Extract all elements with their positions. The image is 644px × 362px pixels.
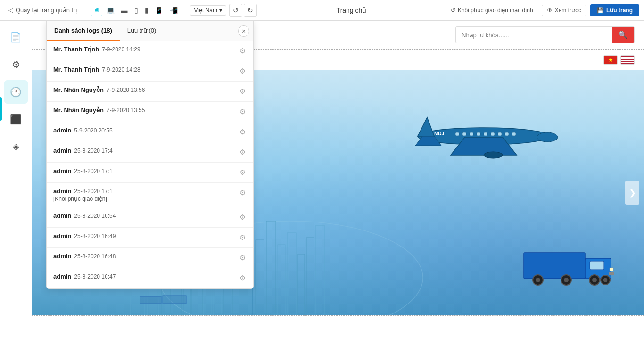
sidebar-btn-layers[interactable]: ◈ <box>4 135 28 158</box>
svg-rect-31 <box>306 238 314 315</box>
preview-label: Xem trước <box>555 7 581 14</box>
log-item[interactable]: admin25-8-2020 16:49⚙ <box>47 228 253 248</box>
back-arrow-icon: ◁ <box>8 7 13 14</box>
log-content: Mr. Thanh Trịnh7-9-2020 14:29 <box>53 46 235 53</box>
svg-point-61 <box>603 278 608 282</box>
pages-icon: 📄 <box>10 32 22 43</box>
log-item[interactable]: admin5-9-2020 20:55⚙ <box>47 122 253 142</box>
log-settings-icon[interactable]: ⚙ <box>239 273 247 283</box>
log-user: admin <box>53 273 71 280</box>
log-settings-icon[interactable]: ⚙ <box>239 188 247 198</box>
log-main-line: admin25-8-2020 16:47 <box>53 273 235 280</box>
svg-point-59 <box>592 278 597 282</box>
flag-vietnam[interactable] <box>603 55 618 65</box>
log-settings-icon[interactable]: ⚙ <box>239 127 247 137</box>
tablet-landscape-icon[interactable]: ▬ <box>119 5 130 16</box>
desktop-icon[interactable]: 🖥 <box>91 4 102 16</box>
log-date: 25-8-2020 16:49 <box>74 233 116 239</box>
log-settings-icon[interactable]: ⚙ <box>239 167 247 178</box>
region-label: Việt Nam <box>194 7 217 14</box>
svg-rect-63 <box>610 268 613 271</box>
svg-rect-46 <box>491 132 495 136</box>
sidebar-btn-history[interactable]: 🕐 <box>4 80 28 104</box>
log-settings-icon[interactable]: ⚙ <box>239 66 247 76</box>
logs-tab-list[interactable]: Danh sách logs (18) <box>47 21 120 41</box>
log-date: 25-8-2020 17:1 <box>74 168 112 174</box>
hero-next-slide-button[interactable]: ❯ <box>625 181 639 205</box>
svg-point-39 <box>484 152 503 158</box>
save-page-button[interactable]: 💾 Lưu trang <box>590 4 639 16</box>
log-date: 7-9-2020 13:56 <box>107 87 145 93</box>
log-user: admin <box>53 253 71 260</box>
sidebar-btn-settings[interactable]: ⚙ <box>4 53 28 76</box>
log-content: Mr. Nhân Nguyễn7-9-2020 13:55 <box>53 107 235 114</box>
log-item[interactable]: admin25-8-2020 16:54⚙ <box>47 207 253 228</box>
log-item[interactable]: admin25-8-2020 17:4⚙ <box>47 142 253 163</box>
log-content: admin25-8-2020 17:1[Khôi phục giao diện] <box>53 188 235 202</box>
log-settings-icon[interactable]: ⚙ <box>239 107 247 117</box>
log-main-line: admin25-8-2020 17:4 <box>53 147 235 154</box>
sidebar-btn-pages[interactable]: 📄 <box>4 25 28 49</box>
undo-button[interactable]: ↺ <box>229 4 242 17</box>
tablet-small-icon[interactable]: ▮ <box>142 5 151 16</box>
log-content: admin25-8-2020 16:47 <box>53 273 235 280</box>
log-date: 7-9-2020 14:28 <box>102 66 140 73</box>
log-settings-icon[interactable]: ⚙ <box>239 232 247 243</box>
logs-tab-archive-label: Lưu trữ (0) <box>127 27 157 34</box>
log-settings-icon[interactable]: ⚙ <box>239 46 247 56</box>
log-main-line: admin25-8-2020 16:48 <box>53 253 235 260</box>
flag-usa[interactable] <box>620 55 635 65</box>
log-settings-icon[interactable]: ⚙ <box>239 86 247 97</box>
svg-point-57 <box>564 278 569 282</box>
svg-marker-37 <box>418 117 434 136</box>
current-page-name: Trang chủ <box>261 7 442 14</box>
undo-redo-group: ↺ ↻ <box>229 4 257 17</box>
log-content: admin25-8-2020 17:1 <box>53 167 235 174</box>
log-settings-icon[interactable]: ⚙ <box>239 212 247 222</box>
log-settings-icon[interactable]: ⚙ <box>239 253 247 263</box>
logs-tab-archive[interactable]: Lưu trữ (0) <box>120 21 164 41</box>
logs-panel: Danh sách logs (18) Lưu trữ (0) × Mr. Th… <box>46 21 254 289</box>
log-extra-text: [Khôi phục giao diện] <box>53 196 235 202</box>
chevron-right-icon: ❯ <box>629 188 636 198</box>
logs-panel-close-button[interactable]: × <box>238 25 249 37</box>
search-input[interactable] <box>456 28 612 42</box>
search-button[interactable]: 🔍 <box>612 27 634 43</box>
log-user: admin <box>53 232 71 239</box>
mobile-icon[interactable]: 📱 <box>153 5 165 16</box>
preview-button[interactable]: 👁 Xem trước <box>542 5 586 16</box>
log-date: 25-8-2020 16:47 <box>74 273 116 280</box>
svg-rect-26 <box>256 240 264 315</box>
log-content: admin25-8-2020 16:54 <box>53 212 235 219</box>
log-item[interactable]: Mr. Thanh Trịnh7-9-2020 14:28⚙ <box>47 61 253 82</box>
mobile-small-icon[interactable]: 📲 <box>167 5 180 16</box>
log-item[interactable]: Mr. Nhân Nguyễn7-9-2020 13:55⚙ <box>47 102 253 122</box>
tablet-portrait-icon[interactable]: ▯ <box>132 5 140 16</box>
log-settings-icon[interactable]: ⚙ <box>239 147 247 157</box>
log-item[interactable]: Mr. Nhân Nguyễn7-9-2020 13:56⚙ <box>47 82 253 102</box>
log-content: admin5-9-2020 20:55 <box>53 127 235 134</box>
sidebar-btn-layout[interactable]: ⬛ <box>4 107 28 131</box>
back-to-admin-button[interactable]: ◁ Quay lại trang quản trị <box>5 5 81 16</box>
restore-default-button[interactable]: ↺ Khôi phục giao diện mặc định <box>446 5 538 16</box>
log-date: 25-8-2020 16:54 <box>74 213 116 219</box>
laptop-icon[interactable]: 💻 <box>104 5 117 16</box>
log-main-line: admin5-9-2020 20:55 <box>53 127 235 134</box>
log-item[interactable]: Mr. Thanh Trịnh7-9-2020 14:29⚙ <box>47 41 253 61</box>
log-item[interactable]: admin25-8-2020 16:48⚙ <box>47 248 253 268</box>
search-bar-wrap: 🔍 <box>455 26 635 43</box>
log-user: admin <box>53 127 71 134</box>
log-item[interactable]: admin25-8-2020 17:1⚙ <box>47 163 253 183</box>
svg-rect-53 <box>590 261 604 270</box>
gear-settings-icon: ⚙ <box>12 59 20 70</box>
log-item[interactable]: admin25-8-2020 16:47⚙ <box>47 268 253 288</box>
svg-rect-47 <box>498 132 502 136</box>
log-user: admin <box>53 188 71 195</box>
svg-rect-33 <box>140 296 161 304</box>
log-item[interactable]: admin25-8-2020 17:1[Khôi phục giao diện]… <box>47 183 253 207</box>
log-user: Mr. Nhân Nguyễn <box>53 107 104 114</box>
region-selector[interactable]: Việt Nam ▾ <box>190 5 226 16</box>
log-main-line: Mr. Thanh Trịnh7-9-2020 14:28 <box>53 66 235 73</box>
redo-button[interactable]: ↻ <box>244 4 257 17</box>
hero-truck <box>521 239 616 287</box>
